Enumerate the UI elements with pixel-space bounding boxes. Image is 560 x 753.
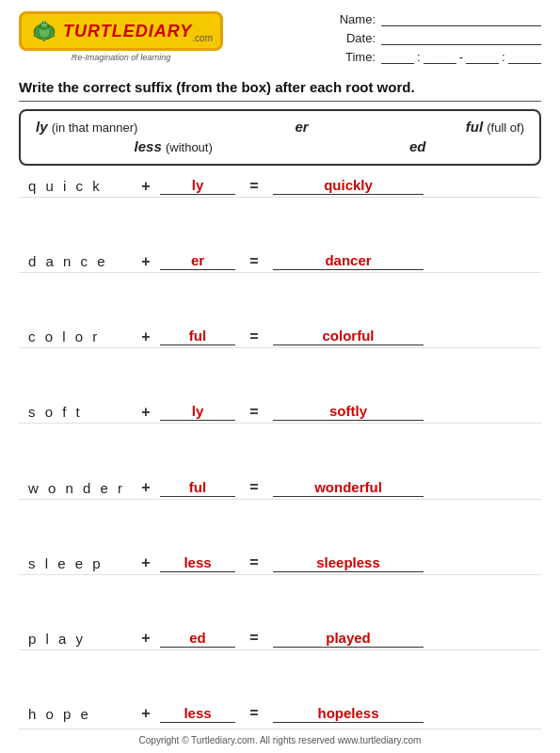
plus-sign: + [132, 328, 160, 345]
svg-point-3 [41, 21, 47, 26]
plus-sign: + [132, 705, 160, 722]
suffix-answer: less [160, 705, 235, 723]
logo-area: TURTLEDIARY .com Re-Imagination of learn… [19, 11, 223, 62]
plus-sign: + [132, 404, 160, 421]
full-word: played [273, 630, 424, 648]
suffix-answer: ly [160, 177, 235, 195]
root-word: p l a y [19, 631, 132, 647]
root-word: s l e e p [19, 555, 132, 571]
plus-sign: + [132, 253, 160, 270]
time-seg2 [424, 49, 456, 64]
root-word: d a n c e [19, 253, 132, 269]
equals-sign: = [235, 554, 273, 571]
name-line [381, 11, 541, 26]
plus-sign: + [132, 630, 160, 647]
logo-tagline: Re-Imagination of learning [72, 53, 171, 62]
root-word: s o f t [19, 404, 132, 420]
svg-point-10 [45, 23, 46, 24]
full-word: wonderful [273, 479, 424, 497]
logo-text: TURTLEDIARY [63, 22, 192, 41]
word-row: q u i c k + ly = quickly [19, 175, 541, 198]
time-seg4 [508, 49, 541, 64]
date-row: Date: [333, 30, 541, 45]
suffix-ed: ed [409, 138, 426, 154]
suffix-ful: ful (full of) [466, 119, 524, 135]
svg-point-9 [42, 23, 43, 24]
full-word: softly [273, 403, 424, 421]
date-label: Date: [333, 31, 376, 45]
suffix-answer: ful [160, 328, 235, 345]
word-row: s l e e p + less = sleepless [19, 553, 541, 575]
date-line [381, 30, 541, 45]
plus-sign: + [132, 178, 160, 195]
full-word: quickly [273, 177, 424, 195]
equals-sign: = [235, 404, 273, 421]
full-word: hopeless [273, 705, 424, 723]
header: TURTLEDIARY .com Re-Imagination of learn… [19, 11, 541, 64]
suffix-answer: er [160, 252, 235, 270]
suffix-ly: ly (in that manner) [36, 119, 137, 135]
root-word: q u i c k [19, 178, 132, 194]
full-word: sleepless [273, 554, 424, 572]
suffix-answer: ed [160, 630, 235, 648]
suffix-row2: less (without) ed [36, 138, 524, 154]
word-row: d a n c e + er = dancer [19, 250, 541, 273]
logo-com: .com [192, 33, 213, 43]
full-word: dancer [273, 252, 424, 270]
footer: Copyright © Turtlediary.com. All rights … [19, 729, 541, 745]
word-row: s o f t + ly = softly [19, 401, 541, 424]
suffix-answer: ful [160, 479, 235, 497]
word-row: c o l o r + ful = colorful [19, 326, 541, 348]
suffix-answer: ly [160, 403, 235, 421]
plus-sign: + [132, 479, 160, 496]
page: TURTLEDIARY .com Re-Imagination of learn… [0, 0, 560, 753]
word-row: h o p e + less = hopeless [19, 703, 541, 725]
turtle-icon [29, 18, 59, 44]
root-word: w o n d e r [19, 480, 132, 496]
suffix-row1: ly (in that manner) er ful (full of) [36, 119, 524, 135]
logo-box: TURTLEDIARY .com [19, 11, 223, 51]
name-label: Name: [333, 12, 376, 26]
suffix-answer: less [160, 554, 235, 572]
word-rows: q u i c k + ly = quickly d a n c e + er … [19, 175, 541, 725]
suffix-less: less (without) [135, 138, 213, 154]
time-seg3 [466, 49, 499, 64]
equals-sign: = [235, 479, 273, 496]
svg-point-8 [42, 37, 46, 41]
root-word: c o l o r [19, 328, 132, 344]
time-seg1 [381, 49, 414, 64]
plus-sign: + [132, 554, 160, 571]
equals-sign: = [235, 705, 273, 722]
word-row: p l a y + ed = played [19, 628, 541, 650]
form-fields: Name: Date: Time: : - : [333, 11, 541, 64]
equals-sign: = [235, 328, 273, 345]
suffix-box: ly (in that manner) er ful (full of) les… [19, 109, 541, 166]
full-word: colorful [273, 328, 424, 345]
equals-sign: = [235, 178, 273, 195]
instructions: Write the correct suffix (from the box) … [19, 79, 541, 95]
time-row: Time: : - : [333, 49, 541, 64]
time-label: Time: [333, 50, 376, 64]
name-row: Name: [333, 11, 541, 26]
word-row: w o n d e r + ful = wonderful [19, 477, 541, 500]
root-word: h o p e [19, 706, 132, 722]
time-fields: : - : [381, 49, 541, 64]
equals-sign: = [235, 630, 273, 647]
suffix-er: er [296, 119, 309, 135]
equals-sign: = [235, 253, 273, 270]
divider [19, 101, 541, 102]
